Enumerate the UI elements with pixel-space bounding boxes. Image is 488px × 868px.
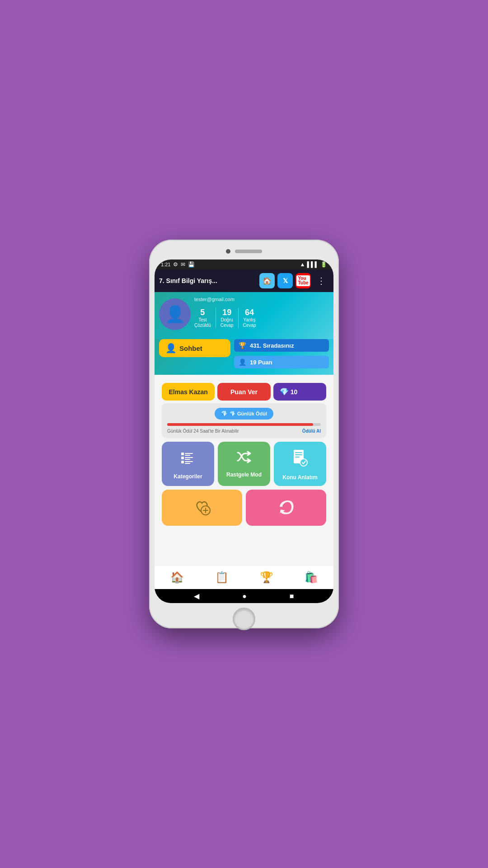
svg-rect-7 xyxy=(185,461,193,462)
nav-shop[interactable]: 🛍️ xyxy=(300,569,323,585)
puan-ver-button[interactable]: Puan Ver xyxy=(217,383,270,401)
kategoriler-label: Kategoriler xyxy=(174,473,202,480)
daily-reward-button[interactable]: 💎 💎 Günlük Ödül xyxy=(215,408,273,420)
avatar: 👤 xyxy=(159,298,191,330)
divider-1 xyxy=(216,308,216,328)
home-icon[interactable]: 🏠 xyxy=(259,273,275,288)
daily-reward-section: 💎 💎 Günlük Ödül Günlük Ödül 24 Saat'te B… xyxy=(162,403,326,438)
daily-info-text: Günlük Ödül 24 Saat'te Bir Alınabilir xyxy=(167,429,239,434)
chat-person-icon: 👤 xyxy=(165,343,177,354)
konu-icon xyxy=(292,449,308,471)
rank-points-col: 🏆 431. Sıradasınız 👤 19 Puan xyxy=(234,339,329,368)
chat-button[interactable]: 👤 Sohbet xyxy=(159,339,230,357)
action-buttons-row: Elmas Kazan Puan Ver 💎 10 xyxy=(158,378,330,403)
main-grid-3: Kategoriler Rastgele Mod xyxy=(162,442,326,486)
rastgele-label: Rastgele Mod xyxy=(226,472,262,478)
progress-bar-bg xyxy=(167,423,321,426)
wifi-icon: ▲ xyxy=(300,261,305,268)
rastgele-button[interactable]: Rastgele Mod xyxy=(218,442,270,486)
android-square-btn[interactable]: ■ xyxy=(290,592,294,600)
nav-shop-icon: 🛍️ xyxy=(305,571,318,584)
main-grid-2: i xyxy=(162,490,326,526)
nav-list[interactable]: 📋 xyxy=(211,569,233,585)
kategori-icon xyxy=(179,449,197,470)
elmas-kazan-button[interactable]: Elmas Kazan xyxy=(162,383,215,401)
diamond-button[interactable]: 💎 10 xyxy=(273,383,326,401)
tests-stat: 5 TestÇözüldü xyxy=(194,308,211,328)
nav-trophy[interactable]: 🏆 xyxy=(255,569,278,585)
diamond-count: 10 xyxy=(291,388,298,396)
app-title: 7. Sınıf Bilgi Yarış... xyxy=(159,277,257,284)
trophy-rank-icon: 🏆 xyxy=(239,342,246,349)
svg-point-13 xyxy=(300,459,307,466)
rank-text: 431. Sıradasınız xyxy=(250,342,294,349)
svg-rect-4 xyxy=(185,457,193,458)
profile-email: tester@gmail.com xyxy=(194,297,329,302)
person-points-icon: 👤 xyxy=(239,359,246,366)
svg-rect-3 xyxy=(181,457,184,459)
kategoriler-button[interactable]: Kategoriler xyxy=(162,442,214,486)
health-icon xyxy=(192,497,212,520)
wrong-label: YanlışCevap xyxy=(243,317,256,328)
tests-count: 5 xyxy=(194,308,211,317)
correct-count: 19 xyxy=(221,308,234,317)
info-icon: i xyxy=(276,497,296,520)
app-bar: 7. Sınıf Bilgi Yarış... 🏠 𝕏 YouTube ⋮ xyxy=(155,269,333,292)
youtube-icon[interactable]: YouTube xyxy=(296,273,311,288)
youtube-logo: YouTube xyxy=(296,275,310,286)
main-content: Elmas Kazan Puan Ver 💎 10 💎 💎 Günlük Ödü… xyxy=(155,375,333,565)
status-bar: 1:21 ⚙ ✉ 💾 ▲ ▌▌▌ 🔋 xyxy=(155,259,333,269)
physical-home-button[interactable] xyxy=(233,608,255,630)
more-menu-icon[interactable]: ⋮ xyxy=(314,273,329,288)
tests-label: TestÇözüldü xyxy=(194,317,211,328)
svg-text:i: i xyxy=(285,503,287,511)
chat-label: Sohbet xyxy=(179,344,202,352)
daily-reward-label: 💎 Günlük Ödül xyxy=(230,411,267,417)
avatar-icon: 👤 xyxy=(165,305,185,324)
nav-home[interactable]: 🏠 xyxy=(166,569,188,585)
collect-button-text[interactable]: Ödülü Al xyxy=(302,429,321,434)
svg-rect-10 xyxy=(295,452,302,453)
bottom-nav: 🏠 📋 🏆 🛍️ xyxy=(155,565,333,589)
twitter-icon[interactable]: 𝕏 xyxy=(277,273,293,288)
progress-bar-fill xyxy=(167,423,313,426)
rank-row: 🏆 431. Sıradasınız xyxy=(234,339,329,352)
konu-label: Konu Anlatım xyxy=(282,474,318,481)
svg-rect-1 xyxy=(185,453,193,454)
android-nav: ◀ ● ■ xyxy=(155,589,333,603)
health-button[interactable] xyxy=(162,490,242,526)
konu-button[interactable]: Konu Anlatım xyxy=(274,442,326,486)
info-button[interactable]: i xyxy=(246,490,326,526)
settings-icon: ⚙ xyxy=(173,261,178,268)
status-time: 1:21 xyxy=(161,262,170,267)
gmail-icon: ✉ xyxy=(181,261,185,268)
svg-rect-6 xyxy=(181,461,184,463)
chat-rank-row: 👤 Sohbet 🏆 431. Sıradasınız 👤 19 Puan xyxy=(155,339,333,375)
rastgele-icon xyxy=(235,449,253,468)
divider-2 xyxy=(238,308,239,328)
nav-list-icon: 📋 xyxy=(215,571,229,584)
correct-label: DoğruCevap xyxy=(221,317,234,328)
stats-row: 5 TestÇözüldü 19 DoğruCevap 64 YanlışCev… xyxy=(194,308,329,328)
svg-rect-8 xyxy=(185,463,190,464)
points-row: 👤 19 Puan xyxy=(234,356,329,368)
wrong-stat: 64 YanlışCevap xyxy=(243,308,256,328)
front-camera xyxy=(226,249,230,254)
diamond-icon: 💎 xyxy=(280,387,289,396)
battery-icon: 🔋 xyxy=(320,261,327,268)
phone-bottom xyxy=(155,608,333,630)
android-back-btn[interactable]: ◀ xyxy=(194,592,199,600)
signal-icon: ▌▌▌ xyxy=(307,261,319,268)
storage-icon: 💾 xyxy=(188,261,195,268)
svg-rect-2 xyxy=(185,455,190,456)
daily-info-row: Günlük Ödül 24 Saat'te Bir Alınabilir Öd… xyxy=(167,429,321,434)
nav-home-icon: 🏠 xyxy=(170,571,184,584)
profile-section: 👤 tester@gmail.com 5 TestÇözüldü 19 Doğr… xyxy=(155,292,333,339)
points-text: 19 Puan xyxy=(250,359,272,366)
svg-rect-0 xyxy=(181,453,184,455)
svg-rect-5 xyxy=(185,459,190,460)
android-home-btn[interactable]: ● xyxy=(242,592,247,600)
nav-trophy-icon: 🏆 xyxy=(260,571,273,584)
wrong-count: 64 xyxy=(243,308,256,317)
correct-stat: 19 DoğruCevap xyxy=(221,308,234,328)
